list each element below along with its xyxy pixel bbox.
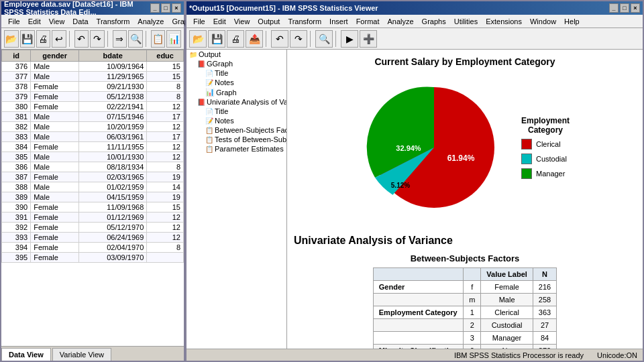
out-menu-window[interactable]: Window: [526, 16, 560, 27]
out-menu-utilities[interactable]: Utilities: [450, 16, 482, 27]
cell-educ[interactable]: 12: [147, 233, 184, 243]
cell-educ[interactable]: 12: [147, 102, 184, 112]
cell-gender[interactable]: Male: [31, 182, 79, 192]
cell-id[interactable]: 379: [2, 92, 31, 102]
find-button[interactable]: 🔍: [128, 30, 143, 48]
undo-button[interactable]: ↶: [74, 30, 89, 48]
tree-ggraph-notes[interactable]: 📝 Notes: [186, 78, 286, 87]
cell-gender[interactable]: Male: [31, 132, 79, 142]
menu-file[interactable]: File: [4, 16, 24, 27]
out-redo-button[interactable]: ↷: [290, 30, 307, 48]
print-button[interactable]: 🖨: [36, 30, 51, 48]
tab-data-view[interactable]: Data View: [1, 348, 51, 361]
cell-bdate[interactable]: 11/11/1955: [79, 142, 147, 152]
col-header-gender[interactable]: gender: [31, 50, 79, 62]
cell-bdate[interactable]: 05/12/1970: [79, 223, 147, 233]
cell-gender[interactable]: Female: [31, 202, 79, 213]
goto-button[interactable]: ⇒: [113, 30, 127, 48]
cell-gender[interactable]: Female: [31, 253, 79, 263]
cell-educ[interactable]: 8: [147, 92, 184, 102]
cell-gender[interactable]: Female: [31, 233, 79, 243]
menu-transform[interactable]: Transform: [93, 16, 134, 27]
cell-bdate[interactable]: 04/15/1959: [79, 192, 147, 202]
cell-gender[interactable]: Male: [31, 62, 79, 72]
cell-bdate[interactable]: 11/09/1968: [79, 202, 147, 213]
cell-id[interactable]: 384: [2, 142, 31, 152]
cell-educ[interactable]: 8: [147, 243, 184, 253]
cell-bdate[interactable]: 05/12/1938: [79, 92, 147, 102]
tree-tests-between[interactable]: 📋 Tests of Between-Subjects: [186, 135, 286, 144]
cell-educ[interactable]: 8: [147, 82, 184, 92]
cell-bdate[interactable]: 10/20/1959: [79, 122, 147, 132]
col-header-id[interactable]: id: [2, 50, 31, 62]
cell-educ[interactable]: 15: [147, 202, 184, 213]
cell-educ[interactable]: 12: [147, 122, 184, 132]
cell-educ[interactable]: 12: [147, 213, 184, 223]
tree-univariate[interactable]: 📕 Univariate Analysis of Variance: [186, 97, 286, 107]
cell-id[interactable]: 395: [2, 253, 31, 263]
tree-univ-notes[interactable]: 📝 Notes: [186, 116, 286, 125]
cell-educ[interactable]: 17: [147, 112, 184, 122]
menu-analyze[interactable]: Analyze: [133, 16, 168, 27]
cell-gender[interactable]: Male: [31, 152, 79, 162]
out-export-button[interactable]: 📤: [246, 30, 263, 48]
cell-id[interactable]: 380: [2, 102, 31, 112]
cell-bdate[interactable]: 10/09/1964: [79, 62, 147, 72]
cell-id[interactable]: 390: [2, 202, 31, 213]
cell-educ[interactable]: 12: [147, 223, 184, 233]
cell-id[interactable]: 392: [2, 223, 31, 233]
cell-gender[interactable]: Female: [31, 142, 79, 152]
cell-educ[interactable]: 12: [147, 152, 184, 162]
out-menu-output[interactable]: Output: [254, 16, 284, 27]
cell-id[interactable]: 387: [2, 172, 31, 182]
open-button[interactable]: 📂: [4, 30, 19, 48]
menu-view[interactable]: View: [45, 16, 69, 27]
cell-gender[interactable]: Female: [31, 223, 79, 233]
insert-var-button[interactable]: 📊: [166, 30, 181, 48]
cell-id[interactable]: 383: [2, 132, 31, 142]
cell-bdate[interactable]: 03/09/1970: [79, 253, 147, 263]
cell-id[interactable]: 377: [2, 72, 31, 82]
minimize-button[interactable]: _: [150, 3, 160, 13]
cell-gender[interactable]: Male: [31, 122, 79, 132]
cell-bdate[interactable]: 07/15/1946: [79, 112, 147, 122]
cell-gender[interactable]: Male: [31, 162, 79, 172]
cell-gender[interactable]: Female: [31, 92, 79, 102]
close-button[interactable]: ×: [172, 3, 181, 13]
out-menu-transform[interactable]: Transform: [284, 16, 325, 27]
cell-gender[interactable]: Female: [31, 82, 79, 92]
out-menu-insert[interactable]: Insert: [325, 16, 352, 27]
tree-output[interactable]: 📁 Output: [186, 50, 286, 59]
cell-gender[interactable]: Male: [31, 72, 79, 82]
tree-between-subjects[interactable]: 📋 Between-Subjects Factors: [186, 125, 286, 135]
tree-ggraph-title[interactable]: 📄 Title: [186, 68, 286, 78]
cell-bdate[interactable]: 10/01/1930: [79, 152, 147, 162]
tree-ggraph[interactable]: 📕 GGraph: [186, 59, 286, 68]
menu-edit[interactable]: Edit: [24, 16, 45, 27]
cell-educ[interactable]: 19: [147, 192, 184, 202]
cell-id[interactable]: 393: [2, 233, 31, 243]
menu-data[interactable]: Data: [68, 16, 92, 27]
cell-educ[interactable]: 17: [147, 132, 184, 142]
out-add-button[interactable]: ➕: [360, 30, 377, 48]
cell-gender[interactable]: Male: [31, 192, 79, 202]
cell-educ[interactable]: 19: [147, 172, 184, 182]
col-header-educ[interactable]: educ: [147, 50, 184, 62]
cell-gender[interactable]: Female: [31, 172, 79, 182]
out-print-button[interactable]: 🖨: [227, 30, 244, 48]
cell-id[interactable]: 389: [2, 192, 31, 202]
out-save-button[interactable]: 💾: [208, 30, 225, 48]
cell-bdate[interactable]: 06/03/1961: [79, 132, 147, 142]
cell-id[interactable]: 386: [2, 162, 31, 172]
maximize-button[interactable]: □: [161, 3, 170, 13]
redo-button[interactable]: ↷: [90, 30, 105, 48]
cell-bdate[interactable]: 01/12/1969: [79, 213, 147, 223]
insert-cases-button[interactable]: 📋: [151, 30, 166, 48]
cell-educ[interactable]: 8: [147, 162, 184, 172]
cell-educ[interactable]: 15: [147, 62, 184, 72]
cell-bdate[interactable]: 06/24/1969: [79, 233, 147, 243]
out-close-button[interactable]: ×: [631, 3, 640, 13]
out-menu-format[interactable]: Format: [352, 16, 384, 27]
cell-bdate[interactable]: 09/21/1930: [79, 82, 147, 92]
cell-gender[interactable]: Male: [31, 112, 79, 122]
